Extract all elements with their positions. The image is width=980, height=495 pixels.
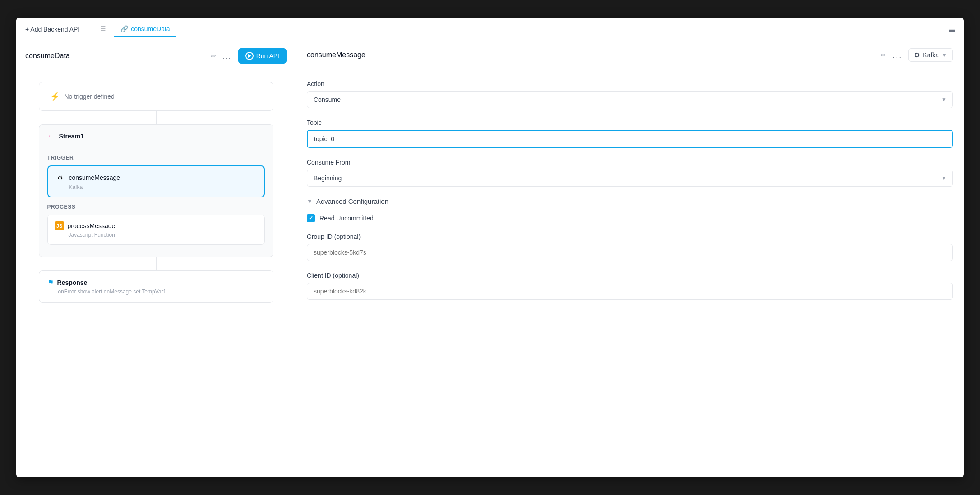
action-field-group: Action Consume ▼: [307, 80, 953, 108]
group-id-field-group: Group ID (optional): [307, 233, 953, 261]
title-bar-left: + Add Backend API ☰ 🔗 consumeData: [22, 22, 176, 37]
process-message-sub: Javascript Function: [69, 232, 257, 238]
read-uncommitted-checkbox[interactable]: ✓: [307, 214, 315, 222]
right-title-edit-icon[interactable]: ✏: [881, 51, 886, 59]
left-panel-title: consumeData: [25, 52, 207, 60]
stream-body: Trigger ⚙ consumeMessage Kafka Process: [39, 147, 273, 257]
process-section-label: Process: [47, 204, 265, 210]
tab-consume-data[interactable]: 🔗 consumeData: [114, 22, 176, 37]
left-title-edit-icon[interactable]: ✏: [211, 52, 216, 60]
kafka-step-icon: ⚙: [55, 173, 65, 183]
minimize-icon: ▬: [949, 26, 955, 33]
consume-message-card[interactable]: ⚙ consumeMessage Kafka: [47, 165, 265, 197]
consume-from-field-group: Consume From Beginning ▼: [307, 159, 953, 187]
consume-message-name: consumeMessage: [69, 174, 120, 181]
tab-list: ☰ 🔗 consumeData: [94, 22, 176, 37]
right-panel-header: consumeMessage ✏ ... ⚙ Kafka ▼: [296, 41, 964, 69]
response-flag-icon: ⚑: [47, 278, 54, 287]
menu-icon: ☰: [100, 25, 106, 32]
group-id-label: Group ID (optional): [307, 233, 953, 240]
right-panel: consumeMessage ✏ ... ⚙ Kafka ▼ Action Co…: [296, 41, 964, 477]
no-trigger-block[interactable]: ⚡ No trigger defined: [39, 82, 273, 111]
add-backend-label: + Add Backend API: [25, 26, 79, 33]
left-panel-more-button[interactable]: ...: [220, 50, 235, 62]
left-panel: consumeData ✏ ... Run API ⚡ No trigger d…: [16, 41, 296, 477]
response-header: ⚑ Response: [47, 278, 265, 287]
lightning-icon: ⚡: [50, 92, 60, 101]
consume-message-header: ⚙ consumeMessage: [55, 173, 257, 183]
right-panel-body: Action Consume ▼ Topic Consume From: [296, 69, 964, 477]
read-uncommitted-label: Read Uncommitted: [319, 215, 374, 222]
action-label: Action: [307, 80, 953, 87]
tab-link-icon: 🔗: [120, 25, 128, 32]
consume-from-select-wrapper: Beginning ▼: [307, 170, 953, 187]
right-panel-more-button[interactable]: ...: [890, 50, 905, 61]
group-id-input[interactable]: [307, 244, 953, 261]
connector-line-1: [156, 111, 157, 124]
client-id-label: Client ID (optional): [307, 272, 953, 279]
play-circle-icon: [245, 52, 254, 60]
advanced-config-label: Advanced Configuration: [316, 197, 388, 205]
topic-input[interactable]: [307, 130, 953, 148]
response-title: Response: [57, 279, 88, 286]
process-message-card[interactable]: JS processMessage Javascript Function: [47, 215, 265, 245]
stream-arrow-icon: ←: [47, 131, 55, 141]
stream-header: ← Stream1: [39, 125, 273, 147]
consume-from-label: Consume From: [307, 159, 953, 166]
topic-field-group: Topic: [307, 119, 953, 148]
connector-line-2: [156, 257, 157, 270]
consume-from-select[interactable]: Beginning: [307, 170, 953, 187]
stream-block: ← Stream1 Trigger ⚙ consumeMessage Kafka: [39, 124, 273, 257]
process-message-name: processMessage: [68, 222, 116, 229]
kafka-connector-badge[interactable]: ⚙ Kafka ▼: [908, 48, 953, 62]
response-block[interactable]: ⚑ Response onError show alert onMessage …: [39, 270, 273, 302]
action-select-wrapper: Consume ▼: [307, 91, 953, 108]
run-api-button[interactable]: Run API: [238, 48, 287, 64]
right-panel-title: consumeMessage: [307, 51, 877, 59]
process-message-header: JS processMessage: [55, 221, 257, 230]
topic-label: Topic: [307, 119, 953, 126]
tab-label: consumeData: [131, 25, 170, 32]
advanced-config-toggle[interactable]: ▼ Advanced Configuration: [307, 197, 953, 205]
connector-dropdown-arrow: ▼: [942, 52, 947, 58]
run-api-label: Run API: [256, 52, 279, 60]
play-triangle-icon: [248, 54, 251, 58]
js-step-icon: JS: [55, 221, 64, 230]
add-backend-button[interactable]: + Add Backend API: [22, 23, 83, 36]
kafka-badge-icon: ⚙: [914, 51, 920, 59]
flow-canvas: ⚡ No trigger defined ← Stream1 Trigger: [16, 71, 296, 477]
app-window: + Add Backend API ☰ 🔗 consumeData ▬: [16, 18, 964, 477]
kafka-connector-label: Kafka: [923, 51, 939, 59]
title-bar-right: ▬: [946, 23, 958, 36]
main-content: consumeData ✏ ... Run API ⚡ No trigger d…: [16, 41, 964, 477]
consume-message-sub: Kafka: [69, 184, 257, 190]
left-panel-header: consumeData ✏ ... Run API: [16, 41, 296, 71]
client-id-input[interactable]: [307, 283, 953, 300]
advanced-config-chevron-icon: ▼: [307, 198, 313, 205]
title-bar: + Add Backend API ☰ 🔗 consumeData ▬: [16, 18, 964, 41]
trigger-section-label: Trigger: [47, 155, 265, 161]
hamburger-menu[interactable]: ☰: [94, 22, 112, 37]
action-select[interactable]: Consume: [307, 91, 953, 108]
stream-title: Stream1: [59, 133, 84, 140]
checkmark-icon: ✓: [309, 215, 313, 221]
client-id-field-group: Client ID (optional): [307, 272, 953, 300]
no-trigger-label: No trigger defined: [65, 93, 115, 100]
minimize-button[interactable]: ▬: [946, 23, 958, 36]
read-uncommitted-row: ✓ Read Uncommitted: [307, 214, 953, 222]
response-text: onError show alert onMessage set TempVar…: [58, 289, 265, 295]
